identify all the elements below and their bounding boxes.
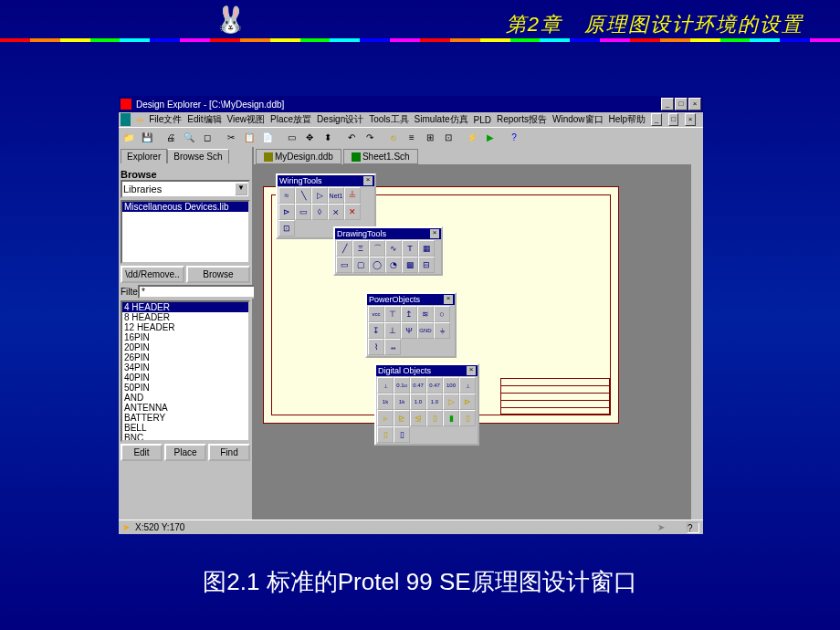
menu-reports[interactable]: Reports报告	[497, 113, 547, 126]
chip3-icon[interactable]: ▯	[459, 410, 476, 426]
dig-icon[interactable]: 0.47	[410, 377, 426, 394]
tb-paste-icon[interactable]: 📄	[259, 130, 276, 146]
filter-input[interactable]	[138, 285, 261, 299]
tb-move-icon[interactable]: ✥	[301, 130, 318, 146]
port-icon[interactable]: ◊	[311, 204, 328, 220]
edit-button[interactable]: Edit	[121, 444, 163, 461]
dig-icon[interactable]: 1.0	[410, 394, 426, 410]
list-item[interactable]: 12 HEADER	[122, 322, 248, 332]
tb-open-icon[interactable]: 📁	[121, 130, 137, 146]
dig-icon[interactable]: 1k	[394, 394, 410, 410]
nor-gate-icon[interactable]: ⊴	[410, 410, 426, 426]
menu-file[interactable]: File文件	[149, 113, 182, 126]
tb-copy-icon[interactable]: 📋	[241, 130, 257, 146]
image-icon[interactable]: ▩	[402, 257, 418, 273]
menu-place[interactable]: Place放置	[270, 113, 311, 126]
tab-explorer[interactable]: Explorer	[121, 149, 167, 163]
tb-tool1-icon[interactable]: ⎋	[385, 130, 402, 146]
chip2-icon[interactable]: ▮	[443, 410, 459, 426]
power-objects-toolbar[interactable]: PowerObjects× vcc ⊤ ↥ ≋ ○ ↧ ⊥ Ψ GND ⏚ ⌇ …	[365, 292, 457, 358]
menu-tools[interactable]: Tools工具	[369, 113, 408, 126]
array-icon[interactable]: ⊟	[418, 257, 435, 273]
polyline-icon[interactable]: Ξ	[352, 240, 369, 257]
list-item[interactable]: ANTENNA	[122, 403, 248, 413]
tb-undo-icon[interactable]: ↶	[343, 130, 360, 146]
tb-sim-icon[interactable]: ⚡	[464, 130, 480, 146]
tee-icon[interactable]: ⊥	[384, 322, 401, 339]
menu-simulate[interactable]: Simulate仿真	[415, 113, 468, 126]
and-gate-icon[interactable]: ▷	[443, 394, 459, 410]
list-item[interactable]: 50PIN	[122, 383, 248, 393]
line-icon[interactable]: ╱	[336, 240, 352, 257]
drawing-tools-toolbar[interactable]: DrawingTools× ╱ Ξ ⌒ ∿ T ▦ ▭ ▢ ◯ ◔ ▩ ⊟	[333, 226, 443, 276]
dig-icon[interactable]: 0.47	[426, 377, 443, 394]
chip5-icon[interactable]: ▯	[394, 426, 410, 443]
signal-icon[interactable]: ⌇	[368, 339, 384, 355]
tb-tool2-icon[interactable]: ≡	[404, 130, 420, 146]
pie-icon[interactable]: ◔	[385, 257, 402, 273]
close-icon[interactable]: ×	[467, 366, 476, 375]
mdi-max-button[interactable]: □	[668, 113, 679, 126]
menu-edit[interactable]: Edit编辑	[187, 113, 221, 126]
nand-gate-icon[interactable]: ⊵	[394, 410, 410, 426]
schematic-canvas[interactable]: WiringTools× ≈ ╲ ▷ Net1 ╧ ⊳ ▭ ◊ ⨯ ✕ ⊡	[254, 164, 703, 520]
arrowdn-icon[interactable]: ↧	[368, 322, 384, 339]
fork-icon[interactable]: Ψ	[401, 322, 417, 339]
list-item[interactable]: 26PIN	[122, 352, 248, 362]
chip4-icon[interactable]: ▯	[377, 426, 394, 443]
library-item[interactable]: Miscellaneous Devices.lib	[122, 202, 248, 212]
menu-view[interactable]: View视图	[227, 113, 266, 126]
tb-select-icon[interactable]: ▭	[283, 130, 299, 146]
close-icon[interactable]: ×	[430, 229, 439, 238]
menu-help[interactable]: Help帮助	[609, 113, 646, 126]
menu-design[interactable]: Design设计	[317, 113, 363, 126]
add-remove-button[interactable]: \dd/Remove..	[121, 266, 184, 283]
list-item[interactable]: 4 HEADER	[122, 302, 248, 312]
text-icon[interactable]: T	[402, 240, 418, 257]
junction-icon[interactable]: ⨯	[328, 204, 344, 220]
roundrect-icon[interactable]: ▢	[352, 257, 369, 273]
noerc-icon[interactable]: ✕	[344, 204, 361, 220]
menu-pld[interactable]: PLD	[474, 115, 491, 125]
tb-hierarchy-icon[interactable]: ⬍	[320, 130, 336, 146]
sheet-icon[interactable]: ▭	[295, 204, 311, 220]
tb-save-icon[interactable]: 💾	[139, 130, 155, 146]
not-gate-icon[interactable]: ▹	[377, 410, 394, 426]
tb-zoom-icon[interactable]: 🔍	[181, 130, 197, 146]
wire-icon[interactable]: ≈	[278, 187, 295, 204]
list-item[interactable]: 8 HEADER	[122, 312, 248, 322]
libraries-dropdown[interactable]: Libraries ▼	[121, 180, 250, 198]
ellipse-icon[interactable]: ◯	[369, 257, 385, 273]
tb-print-icon[interactable]: 🖨	[163, 130, 179, 146]
tb-run-icon[interactable]: ▶	[482, 130, 499, 146]
tb-zoomfit-icon[interactable]: ◻	[199, 130, 215, 146]
find-button[interactable]: Find	[208, 444, 250, 461]
dig-icon[interactable]: ⊥	[377, 377, 394, 394]
tb-redo-icon[interactable]: ↷	[362, 130, 378, 146]
list-item[interactable]: AND	[122, 393, 248, 403]
close-icon[interactable]: ×	[363, 176, 373, 185]
tb-tool3-icon[interactable]: ⊞	[422, 130, 438, 146]
vertical-scrollbar[interactable]	[690, 164, 703, 520]
dig-icon[interactable]: 1.0	[426, 394, 443, 410]
digital-objects-toolbar[interactable]: Digital Objects× ⊥ 0.1u 0.47 0.47 100 ⊥ …	[374, 363, 479, 446]
probe-icon[interactable]: ⊡	[278, 220, 295, 236]
wave-icon[interactable]: ≋	[417, 306, 434, 322]
doc-tab-sch[interactable]: Sheet1.Sch	[343, 149, 418, 164]
earth-icon[interactable]: ⏚	[434, 322, 450, 339]
close-icon[interactable]: ×	[444, 295, 453, 304]
component-list[interactable]: 4 HEADER 8 HEADER 12 HEADER 16PIN 20PIN …	[121, 300, 250, 442]
list-item[interactable]: BNC	[122, 433, 248, 442]
browse-button[interactable]: Browse	[186, 266, 250, 283]
close-button[interactable]: ×	[688, 98, 701, 110]
title-bar[interactable]: Design Explorer - [C:\MyDesign.ddb] _ □ …	[119, 96, 703, 112]
nav-arrow-icon[interactable]: ⇦	[136, 115, 143, 125]
or-gate-icon[interactable]: ⊳	[459, 394, 476, 410]
dig-icon[interactable]: ⊥	[459, 377, 476, 394]
list-item[interactable]: 20PIN	[122, 342, 248, 352]
arrow-icon[interactable]: ↥	[401, 306, 417, 322]
arc-icon[interactable]: ⌒	[369, 240, 385, 257]
mdi-close-button[interactable]: ×	[685, 113, 696, 126]
power-icon[interactable]: ╧	[344, 187, 361, 204]
chassis-icon[interactable]: ⏛	[384, 339, 401, 355]
